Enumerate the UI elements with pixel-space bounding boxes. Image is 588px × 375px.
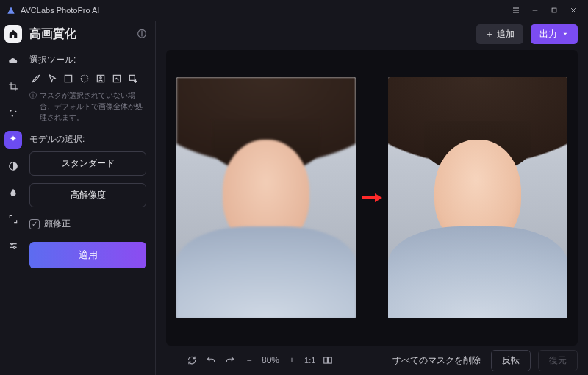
- apply-button[interactable]: 適用: [29, 242, 146, 268]
- rail-drop-icon[interactable]: [4, 184, 22, 201]
- maximize-button[interactable]: [545, 2, 563, 18]
- svg-rect-4: [552, 8, 556, 12]
- zoom-percent: 80%: [262, 355, 279, 365]
- minimize-button[interactable]: [526, 2, 544, 18]
- svg-rect-24: [329, 357, 332, 363]
- close-button[interactable]: [564, 2, 582, 18]
- svg-point-14: [14, 246, 15, 248]
- check-icon: ✓: [29, 219, 40, 229]
- refresh-icon[interactable]: [185, 354, 198, 367]
- chevron-down-icon: [562, 30, 569, 38]
- hint-info-icon: ⓘ: [29, 90, 37, 123]
- svg-point-7: [10, 110, 11, 111]
- add-label: 追加: [497, 28, 514, 40]
- menu-icon[interactable]: [507, 2, 525, 18]
- rail-expand-icon[interactable]: [4, 210, 22, 228]
- selection-tools-label: 選択ツール:: [29, 54, 146, 66]
- rect-tool-icon[interactable]: [62, 72, 75, 85]
- rail-home[interactable]: [4, 25, 22, 43]
- sidebar: 高画質化 ⓘ 選択ツール: ⓘ マスクが選択されていない場合、デフォルトで画像全…: [26, 21, 156, 375]
- svg-point-13: [11, 243, 12, 245]
- undo-icon[interactable]: [204, 354, 218, 367]
- app-logo-icon: [6, 5, 16, 15]
- svg-point-8: [15, 111, 17, 113]
- rail-sparkle-icon[interactable]: [4, 104, 22, 122]
- rail-contrast-icon[interactable]: [4, 157, 22, 175]
- delete-all-masks-button[interactable]: すべてのマスクを削除: [390, 351, 484, 371]
- info-icon[interactable]: ⓘ: [137, 28, 146, 40]
- panel-title: 高画質化: [29, 26, 76, 42]
- add-mask-tool-icon[interactable]: [126, 72, 140, 85]
- selection-hint: マスクが選択されていない場合、デフォルトで画像全体が処理されます。: [40, 90, 146, 123]
- zoom-out-button[interactable]: −: [243, 354, 256, 367]
- brush-tool-icon[interactable]: [29, 72, 43, 85]
- pointer-tool-icon[interactable]: [46, 72, 59, 85]
- after-image: [388, 77, 567, 318]
- app-title: AVCLabs PhotoPro AI: [21, 6, 99, 15]
- model-standard-button[interactable]: スタンダード: [29, 151, 146, 176]
- svg-point-18: [100, 77, 101, 79]
- restore-button: 復元: [538, 350, 578, 371]
- rail-cloud-icon[interactable]: [4, 51, 22, 69]
- face-refine-label: 顔修正: [44, 218, 71, 230]
- svg-rect-15: [65, 75, 71, 82]
- preview-canvas: [166, 50, 578, 346]
- rail-settings-icon[interactable]: [4, 237, 22, 254]
- arrow-right-icon: [362, 192, 382, 204]
- export-label: 出力: [539, 28, 557, 40]
- face-refine-checkbox[interactable]: ✓ 顔修正: [29, 218, 146, 230]
- zoom-in-button[interactable]: +: [285, 354, 298, 367]
- svg-rect-23: [324, 357, 328, 363]
- person-tool-icon[interactable]: [94, 72, 107, 85]
- rail-crop-icon[interactable]: [4, 78, 22, 96]
- plus-icon: ＋: [485, 28, 494, 40]
- object-tool-icon[interactable]: [110, 72, 123, 85]
- left-rail: [0, 21, 26, 375]
- redo-icon[interactable]: [223, 354, 237, 367]
- svg-rect-20: [129, 75, 135, 80]
- rail-enhance-icon[interactable]: [4, 131, 22, 149]
- svg-point-9: [12, 115, 13, 116]
- svg-point-16: [81, 75, 87, 82]
- invert-button[interactable]: 反転: [491, 350, 531, 371]
- model-highres-button[interactable]: 高解像度: [29, 183, 146, 207]
- model-label: モデルの選択:: [29, 133, 146, 146]
- ellipse-tool-icon[interactable]: [78, 72, 91, 85]
- zoom-actual-button[interactable]: 1:1: [304, 354, 315, 367]
- compare-icon[interactable]: [321, 354, 334, 367]
- before-image: [176, 77, 356, 318]
- add-button[interactable]: ＋ 追加: [476, 24, 523, 44]
- export-button[interactable]: 出力: [531, 24, 578, 44]
